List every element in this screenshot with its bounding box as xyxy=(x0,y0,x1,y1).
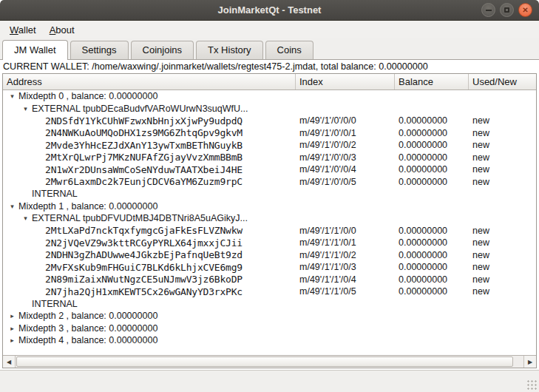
cell-balance: 0.00000000 xyxy=(395,128,469,138)
table-row[interactable]: 2N1wXr2DUnsaWmCoSeNYduwTAATXbeiJ4HEm/49'… xyxy=(3,163,536,176)
row-label: EXTERNAL tpubDFVUDtMBJ4DBTNri8A5uAGikyJ.… xyxy=(32,213,248,223)
table-row[interactable]: 2MtLXaPd7nckTqxfymgcGjaFkEsFLVZNwkwm/49'… xyxy=(3,225,536,237)
table-row[interactable]: 2N2jVQeVZ9w3kttRCGyPYRLX64jmxxjCJiim/49'… xyxy=(3,237,536,249)
maximize-button[interactable] xyxy=(500,3,514,17)
collapse-arrow-icon[interactable]: ▾ xyxy=(6,92,18,100)
cell-balance: 0.00000000 xyxy=(395,164,469,175)
row-label: 2NDHN3gZhADUwwe4JGkzbEjPafnqUeBt9zd xyxy=(45,249,243,260)
window-title: JoinMarketQt - Testnet xyxy=(0,0,539,20)
cell-address: ▾Mixdepth 0 , balance: 0.00000000 xyxy=(3,91,296,101)
cell-address: 2N7jha2QjH1xmKEWT5Cx26wGANyYD3rxPKc xyxy=(3,286,296,297)
cell-address: 2MvFXsKub9mFHGuiC7BLKd6kLhjxCVE6mg9 xyxy=(3,262,296,273)
cell-index: m/49'/1'/1'/0/3 xyxy=(296,262,395,272)
expand-arrow-icon[interactable]: ▸ xyxy=(6,312,18,320)
tab-tx-history[interactable]: Tx History xyxy=(196,41,263,59)
collapse-arrow-icon[interactable]: ▾ xyxy=(19,105,32,112)
cell-address: 2MtXrQLwrPj7MKzNUFAfZGjayVvzXmmBBmB xyxy=(3,152,296,163)
cell-balance: 0.00000000 xyxy=(395,115,469,126)
cell-address: 2Mvde3YhHcEZJdXAnY13ywTxmBEThNGuykB xyxy=(3,140,296,151)
menu-wallet[interactable]: Wallet xyxy=(3,22,43,38)
cell-index: m/49'/1'/1'/0/0 xyxy=(296,226,395,236)
collapse-arrow-icon[interactable]: ▾ xyxy=(19,214,32,222)
table-row[interactable]: 2Mvde3YhHcEZJdXAnY13ywTxmBEThNGuykBm/49'… xyxy=(3,139,536,152)
close-icon: ✕ xyxy=(522,7,528,14)
table-row[interactable]: 2MvFXsKub9mFHGuiC7BLKd6kLhjxCVE6mg9m/49'… xyxy=(3,261,536,274)
menubar: Wallet About xyxy=(0,21,539,38)
cell-address: 2Mwr6LaxmDc2k7EunjCDCV6aYM6Zuzm9rpC xyxy=(3,176,296,187)
expand-arrow-icon[interactable]: ▸ xyxy=(6,337,18,344)
tab-settings[interactable]: Settings xyxy=(70,41,129,59)
cell-address: 2N2jVQeVZ9w3kttRCGyPYRLX64jmxxjCJii xyxy=(3,237,296,249)
cell-address: ▾Mixdepth 1 , balance: 0.00000000 xyxy=(3,201,296,212)
row-label: 2N7jha2QjH1xmKEWT5Cx26wGANyYD3rxPKc xyxy=(45,286,243,297)
row-label: 2Mwr6LaxmDc2k7EunjCDCV6aYM6Zuzm9rpC xyxy=(45,176,243,187)
table-row[interactable]: 2MtXrQLwrPj7MKzNUFAfZGjayVvzXmmBBmBm/49'… xyxy=(3,152,536,164)
window-controls: ✕ xyxy=(481,3,532,17)
tab-jm-wallet[interactable]: JM Wallet xyxy=(2,40,68,60)
column-header-used-new[interactable]: Used/New xyxy=(469,74,536,89)
column-header-address[interactable]: Address xyxy=(3,74,296,89)
table-row[interactable]: 2NDHN3gZhADUwwe4JGkzbEjPafnqUeBt9zdm/49'… xyxy=(3,249,536,262)
menu-about[interactable]: About xyxy=(43,22,81,38)
resize-grip[interactable] xyxy=(526,379,537,390)
table-row[interactable]: ▸Mixdepth 4 , balance: 0.00000000 xyxy=(3,334,536,347)
table-row[interactable]: 2NDSfdY1YkCUhWFzwxNbHnjxXjwPy9udpdQm/49'… xyxy=(3,115,536,127)
scroll-left-button[interactable]: ◀ xyxy=(3,356,16,368)
tab-pane: CURRENT WALLET: /home/waxwing/.joinmarke… xyxy=(0,59,539,370)
cell-address: 2NDHN3gZhADUwwe4JGkzbEjPafnqUeBt9zd xyxy=(3,249,296,260)
expand-arrow-icon[interactable]: ▸ xyxy=(6,325,18,332)
row-label: 2MtXrQLwrPj7MKzNUFAfZGjayVvzXmmBBmB xyxy=(45,152,243,163)
cell-balance: 0.00000000 xyxy=(395,237,469,248)
table-row[interactable]: 2Mwr6LaxmDc2k7EunjCDCV6aYM6Zuzm9rpCm/49'… xyxy=(3,176,536,189)
minimize-icon xyxy=(486,10,492,11)
table-row[interactable]: ▾Mixdepth 0 , balance: 0.00000000 xyxy=(3,90,536,103)
horizontal-scrollbar[interactable]: ◀ ▶ xyxy=(3,355,536,368)
row-label: Mixdepth 4 , balance: 0.00000000 xyxy=(18,335,157,345)
table-row[interactable]: ▸Mixdepth 3 , balance: 0.00000000 xyxy=(3,322,536,335)
table-row[interactable]: ▾EXTERNAL tpubDEcaBudvfVARoWUrwN3suqWfU.… xyxy=(3,103,536,115)
cell-address: 2N4NWKuAoUMQoDHX1zs9MG6ZhtqGpv9gkvM xyxy=(3,127,296,138)
column-header-index[interactable]: Index xyxy=(296,74,395,89)
close-button[interactable]: ✕ xyxy=(518,3,532,17)
tab-coinjoins[interactable]: Coinjoins xyxy=(131,41,194,59)
collapse-arrow-icon[interactable]: ▾ xyxy=(6,203,18,210)
table-row[interactable]: INTERNAL xyxy=(3,188,536,200)
titlebar[interactable]: JoinMarketQt - Testnet ✕ xyxy=(0,0,539,21)
row-label: EXTERNAL tpubDEcaBudvfVARoWUrwN3suqWfU..… xyxy=(32,104,248,114)
tab-coins[interactable]: Coins xyxy=(265,41,313,59)
table-row[interactable]: INTERNAL xyxy=(3,298,536,311)
cell-used-new: new xyxy=(469,286,536,297)
cell-used-new: new xyxy=(469,250,536,260)
table-row[interactable]: 2N7jha2QjH1xmKEWT5Cx26wGANyYD3rxPKcm/49'… xyxy=(3,285,536,298)
row-label: Mixdepth 2 , balance: 0.00000000 xyxy=(18,311,157,321)
cell-used-new: new xyxy=(469,177,536,187)
column-header-balance[interactable]: Balance xyxy=(395,74,469,89)
row-label: 2N1wXr2DUnsaWmCoSeNYduwTAATXbeiJ4HE xyxy=(45,164,243,175)
cell-index: m/49'/1'/0'/0/4 xyxy=(296,164,395,175)
cell-address: INTERNAL xyxy=(3,189,296,199)
cell-index: m/49'/1'/1'/0/2 xyxy=(296,250,395,260)
row-label: 2MtLXaPd7nckTqxfymgcGjaFkEsFLVZNwkw xyxy=(45,225,243,236)
cell-used-new: new xyxy=(469,226,536,236)
scrollbar-thumb[interactable] xyxy=(16,356,513,367)
app-window: JoinMarketQt - Testnet ✕ Wallet About JM… xyxy=(0,0,539,392)
minimize-button[interactable] xyxy=(481,3,495,17)
table-row[interactable]: ▸Mixdepth 2 , balance: 0.00000000 xyxy=(3,310,536,322)
tab-bar: JM WalletSettingsCoinjoinsTx HistoryCoin… xyxy=(0,38,539,59)
table-row[interactable]: ▾EXTERNAL tpubDFVUDtMBJ4DBTNri8A5uAGikyJ… xyxy=(3,212,536,225)
table-row[interactable]: 2N4NWKuAoUMQoDHX1zs9MG6ZhtqGpv9gkvMm/49'… xyxy=(3,127,536,140)
maximize-icon xyxy=(504,7,509,13)
scrollbar-track[interactable] xyxy=(16,356,523,368)
row-label: 2N2jVQeVZ9w3kttRCGyPYRLX64jmxxjCJii xyxy=(45,237,243,249)
cell-used-new: new xyxy=(469,164,536,175)
scroll-right-icon: ▶ xyxy=(528,359,532,365)
table-row[interactable]: 2N89miZaixNWutNgzCE5uNJmwV3jz6BkoDPm/49'… xyxy=(3,274,536,286)
cell-address: ▸Mixdepth 4 , balance: 0.00000000 xyxy=(3,335,296,345)
cell-index: m/49'/1'/1'/0/1 xyxy=(296,237,395,248)
cell-index: m/49'/1'/1'/0/5 xyxy=(296,286,395,297)
cell-balance: 0.00000000 xyxy=(395,226,469,236)
row-label: Mixdepth 3 , balance: 0.00000000 xyxy=(18,323,157,334)
cell-index: m/49'/1'/0'/0/0 xyxy=(296,115,395,126)
scroll-right-button[interactable]: ▶ xyxy=(523,356,536,368)
table-row[interactable]: ▾Mixdepth 1 , balance: 0.00000000 xyxy=(3,200,536,213)
